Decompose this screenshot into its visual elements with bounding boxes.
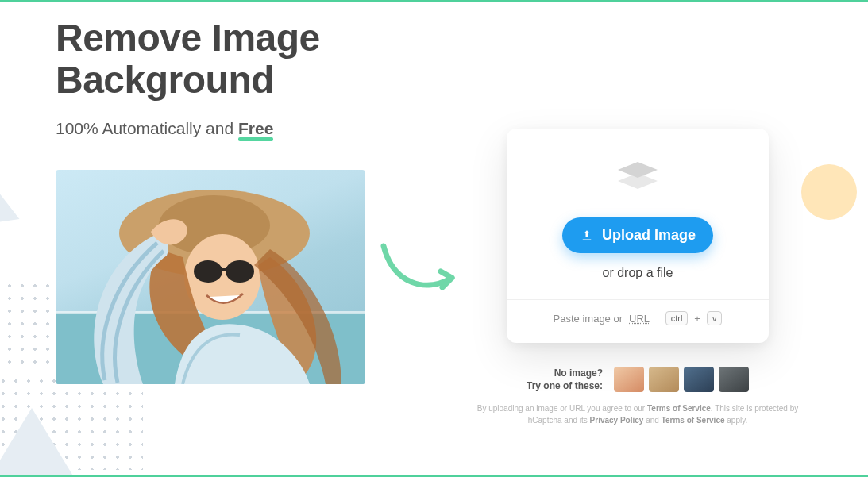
legal-tos-link[interactable]: Terms of Service bbox=[647, 404, 711, 413]
upload-image-button[interactable]: Upload Image bbox=[562, 217, 713, 253]
legal-prefix: By uploading an image or URL you agree t… bbox=[477, 404, 647, 413]
sample-line2: Try one of these: bbox=[527, 380, 603, 391]
legal-text: By uploading an image or URL you agree t… bbox=[467, 403, 808, 426]
paste-url-link[interactable]: URL bbox=[629, 313, 650, 325]
page-headline: Remove Image Background bbox=[56, 17, 423, 102]
sample-images-row: No image? Try one of these: bbox=[527, 367, 749, 392]
sample-prompt-text: No image? Try one of these: bbox=[527, 367, 603, 392]
page-subhead: 100% Automatically and Free bbox=[56, 119, 423, 138]
sample-thumb-3[interactable] bbox=[684, 367, 714, 392]
paste-hint-row: Paste image or URL ctrl + v bbox=[507, 299, 769, 325]
kbd-ctrl: ctrl bbox=[665, 311, 689, 325]
subhead-prefix: 100% Automatically and bbox=[56, 119, 238, 137]
legal-privacy-link[interactable]: Privacy Policy bbox=[590, 416, 644, 425]
layers-icon bbox=[610, 157, 665, 197]
sample-line1: No image? bbox=[554, 367, 603, 379]
legal-tos2-link[interactable]: Terms of Service bbox=[662, 416, 725, 425]
decor-triangle-left bbox=[0, 164, 19, 228]
upload-icon bbox=[580, 229, 594, 243]
sample-thumb-4[interactable] bbox=[719, 367, 749, 392]
drop-file-text: or drop a file bbox=[603, 266, 673, 280]
paste-prefix: Paste image or bbox=[554, 313, 623, 325]
svg-point-5 bbox=[194, 260, 222, 283]
legal-suffix: apply. bbox=[725, 416, 748, 425]
hero-sample-image bbox=[56, 170, 365, 384]
kbd-plus: + bbox=[694, 313, 700, 325]
legal-and: and bbox=[643, 416, 661, 425]
headline-line2: Background bbox=[56, 59, 274, 101]
upload-card[interactable]: Upload Image or drop a file Paste image … bbox=[507, 129, 769, 343]
subhead-free: Free bbox=[238, 119, 273, 138]
upload-button-label: Upload Image bbox=[602, 227, 696, 244]
sample-thumb-1[interactable] bbox=[614, 367, 644, 392]
sample-thumb-2[interactable] bbox=[649, 367, 679, 392]
kbd-v: v bbox=[707, 311, 723, 325]
headline-line1: Remove Image bbox=[56, 17, 320, 59]
svg-rect-7 bbox=[219, 268, 230, 271]
svg-marker-9 bbox=[618, 162, 658, 178]
